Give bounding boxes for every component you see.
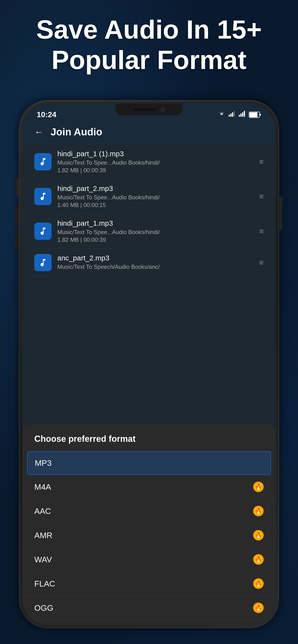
premium-icon-m4a: 🔥 [253,482,264,492]
file-info: anc_part_2.mp3 Music/Text To Speech/Audi… [57,254,253,271]
file-item[interactable]: hindi_part_2.mp3 Music/Text To Spee...Au… [22,179,276,214]
signal2-icon [239,111,245,118]
svg-rect-2 [232,112,233,117]
app-header: ← Join Audio [22,122,276,144]
svg-rect-0 [229,115,230,117]
file-info: hindi_part_1.mp3 Music/Text To Spee...Au… [57,219,253,243]
format-label-flac: FLAC [34,579,55,588]
svg-rect-3 [234,111,235,117]
drag-handle[interactable]: ≡ [259,227,264,236]
file-icon [34,188,52,205]
format-label-ogg: OGG [34,603,53,612]
format-item-wav[interactable]: WAV 🔥 [22,548,276,572]
svg-rect-9 [260,114,261,116]
file-meta: 1.40 MB | 00:00:15 [57,202,253,208]
svg-rect-4 [239,115,240,117]
speaker [133,108,157,111]
file-item[interactable]: hindi_part_1 (1).mp3 Music/Text To Spee.… [22,144,276,179]
file-name: hindi_part_2.mp3 [57,184,253,192]
svg-rect-6 [242,112,243,117]
hero-title: Save Audio In 15+ Popular Format [14,14,284,75]
wifi-icon [218,111,225,118]
format-label-amr: AMR [34,531,53,540]
file-icon [34,254,52,271]
format-label-mp3: MP3 [35,458,52,468]
file-path: Music/Text To Spee...Audio Books/hindi/ [57,229,253,236]
format-item-aac[interactable]: AAC 🔥 [22,499,276,523]
phone-outer: 10:24 [20,100,278,628]
format-item-m4a[interactable]: M4A 🔥 [22,475,276,499]
premium-icon-aac: 🔥 [253,506,264,516]
file-meta: 1.82 MB | 00:00:39 [57,236,253,243]
premium-icon-ogg: 🔥 [253,602,264,613]
svg-rect-10 [249,112,257,117]
premium-icon-amr: 🔥 [253,530,264,540]
drag-handle[interactable]: ≡ [259,192,264,201]
notch [115,104,183,116]
file-path: Music/Text To Spee...Audio Books/hindi/ [57,159,253,166]
format-item-ogg[interactable]: OGG 🔥 [22,596,276,620]
app-title: Join Audio [51,126,102,138]
format-label-aac: AAC [34,506,51,516]
format-label-m4a: M4A [34,482,51,492]
format-item-mp3[interactable]: MP3 [27,451,271,475]
svg-rect-5 [240,114,242,117]
svg-rect-1 [230,114,232,117]
drag-handle[interactable]: ≡ [259,258,264,267]
bottom-sheet: Choose preferred format MP3 M4A 🔥 AAC 🔥 [22,424,276,625]
file-info: hindi_part_1 (1).mp3 Music/Text To Spee.… [57,150,253,174]
file-info: hindi_part_2.mp3 Music/Text To Spee...Au… [57,184,253,208]
file-meta: 1.82 MB | 00:00:39 [57,167,253,174]
phone-frame: 10:24 [20,100,278,628]
premium-icon-wav: 🔥 [253,554,264,565]
back-button[interactable]: ← [34,127,43,137]
file-name: anc_part_2.mp3 [57,254,253,262]
phone-inner: 10:24 [22,104,276,625]
sheet-title: Choose preferred format [22,434,276,451]
file-item[interactable]: hindi_part_1.mp3 Music/Text To Spee...Au… [22,214,276,249]
file-item[interactable]: anc_part_2.mp3 Music/Text To Speech/Audi… [22,249,276,277]
hero-section: Save Audio In 15+ Popular Format [0,14,298,75]
format-item-amr[interactable]: AMR 🔥 [22,523,276,548]
file-icon [34,222,52,240]
format-item-flac[interactable]: FLAC 🔥 [22,572,276,596]
drag-handle[interactable]: ≡ [259,158,264,166]
status-time: 10:24 [37,110,56,119]
camera [161,107,165,112]
status-icons [218,111,261,118]
file-path: Music/Text To Spee...Audio Books/hindi/ [57,194,253,201]
file-name: hindi_part_1.mp3 [57,219,253,227]
phone-screen: 10:24 [22,104,276,625]
svg-rect-7 [244,111,245,117]
battery-icon [249,112,261,118]
file-icon [34,153,52,170]
file-name: hindi_part_1 (1).mp3 [57,150,253,158]
premium-icon-flac: 🔥 [253,578,264,589]
format-label-wav: WAV [34,555,52,564]
file-path: Music/Text To Speech/Audio Books/anc/ [57,264,253,270]
signal-icon [229,111,235,118]
